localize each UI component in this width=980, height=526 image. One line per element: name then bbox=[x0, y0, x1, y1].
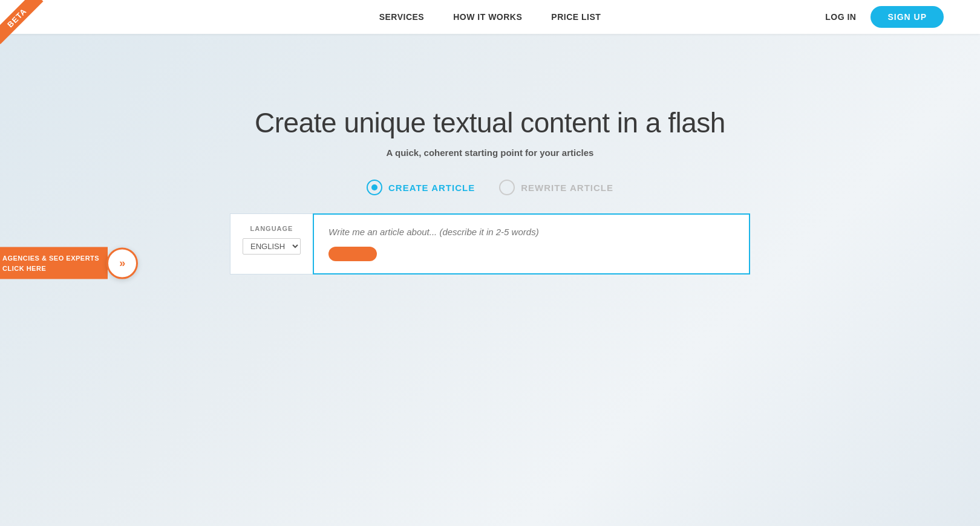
create-article-label: CREATE ARTICLE bbox=[388, 183, 475, 193]
signup-button[interactable]: SIGN UP bbox=[871, 6, 944, 28]
hero-subtitle: A quick, coherent starting point for you… bbox=[0, 148, 980, 158]
article-topic-input[interactable] bbox=[328, 227, 734, 237]
side-panel[interactable]: AGENCIES & SEO EXPERTS CLICK HERE » bbox=[0, 247, 138, 279]
side-panel-line2: CLICK HERE bbox=[2, 263, 99, 273]
nav-center: SERVICES HOW IT WORKS PRICE LIST bbox=[379, 12, 601, 22]
chevron-right-icon: » bbox=[119, 257, 125, 270]
article-type-group: CREATE ARTICLE REWRITE ARTICLE bbox=[0, 180, 980, 195]
rewrite-article-option[interactable]: REWRITE ARTICLE bbox=[499, 180, 613, 195]
generate-button[interactable] bbox=[328, 247, 377, 261]
nav-right: LOG IN SIGN UP bbox=[825, 6, 944, 28]
main-form: LANGUAGE ENGLISH FRENCH GERMAN SPANISH bbox=[230, 213, 750, 274]
nav-price-list[interactable]: PRICE LIST bbox=[551, 12, 601, 22]
navbar: SERVICES HOW IT WORKS PRICE LIST LOG IN … bbox=[0, 0, 980, 34]
language-label: LANGUAGE bbox=[243, 225, 301, 232]
side-panel-chevron-button[interactable]: » bbox=[106, 247, 138, 279]
language-box: LANGUAGE ENGLISH FRENCH GERMAN SPANISH bbox=[230, 213, 313, 274]
rewrite-article-radio[interactable] bbox=[499, 180, 515, 195]
language-select[interactable]: ENGLISH FRENCH GERMAN SPANISH bbox=[243, 238, 301, 255]
rewrite-article-label: REWRITE ARTICLE bbox=[521, 183, 613, 193]
hero-section: Create unique textual content in a flash… bbox=[0, 34, 980, 274]
create-article-radio[interactable] bbox=[367, 180, 382, 195]
create-article-option[interactable]: CREATE ARTICLE bbox=[367, 180, 475, 195]
side-panel-text: AGENCIES & SEO EXPERTS CLICK HERE bbox=[0, 247, 108, 279]
beta-label: BETA bbox=[0, 0, 43, 44]
hero-title: Create unique textual content in a flash bbox=[0, 106, 980, 139]
article-input-box bbox=[313, 213, 750, 274]
login-button[interactable]: LOG IN bbox=[825, 12, 856, 22]
nav-how-it-works[interactable]: HOW IT WORKS bbox=[453, 12, 522, 22]
nav-services[interactable]: SERVICES bbox=[379, 12, 425, 22]
beta-ribbon: BETA bbox=[0, 0, 48, 48]
side-panel-line1: AGENCIES & SEO EXPERTS bbox=[2, 253, 99, 264]
